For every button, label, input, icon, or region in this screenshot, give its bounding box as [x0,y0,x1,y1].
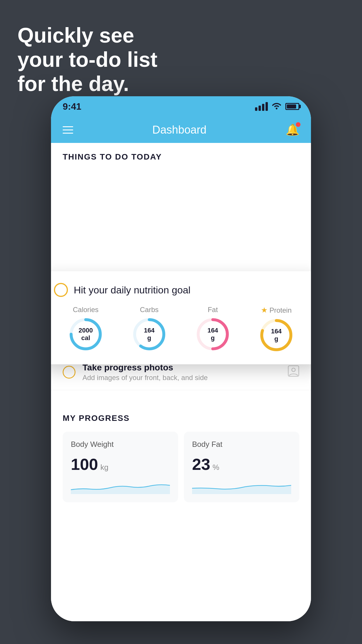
carbs-value: 164g [144,327,155,342]
background-headline: Quickly see your to-do list for the day. [17,23,157,96]
notification-bell-icon[interactable]: 🔔 [286,123,299,136]
signal-bars-icon [255,102,268,111]
status-time: 9:41 [63,101,81,112]
body-fat-card-title: Body Fat [192,440,291,449]
protein-label: Protein [269,306,291,314]
protein-ring: 164g [259,318,294,353]
body-fat-number: 23 [192,455,210,474]
battery-icon [285,103,299,110]
body-weight-unit: kg [100,463,108,472]
wifi-icon [271,102,282,111]
fat-value: 164g [208,327,218,342]
app-header: Dashboard 🔔 [51,117,311,143]
scrollable-content: THINGS TO DO TODAY Hit your daily nutrit… [51,143,311,621]
body-fat-value: 23 % [192,455,291,474]
protein-star-icon: ★ [261,306,268,315]
header-title: Dashboard [152,124,207,136]
body-weight-value: 100 kg [71,455,170,474]
fat-ring: 164g [195,317,230,352]
calories-label: Calories [73,306,99,314]
carbs-label: Carbs [140,306,159,314]
nutrition-card-title: Hit your daily nutrition goal [74,284,191,296]
nutrition-circles: Calories 2000cal Carbs [54,306,308,353]
nutrition-check-circle[interactable] [54,283,68,297]
calories-ring: 2000cal [68,317,103,352]
notification-dot [296,122,301,127]
photos-check-circle[interactable] [63,366,75,379]
calories-item: Calories 2000cal [68,306,103,353]
body-weight-number: 100 [71,455,98,474]
photos-subtitle: Add images of your front, back, and side [82,374,281,382]
protein-value: 164g [271,328,282,343]
photos-text: Take progress photos Add images of your … [82,363,281,382]
body-fat-unit: % [212,463,219,472]
phone-mockup: 9:41 [51,96,311,621]
body-weight-card[interactable]: Body Weight 100 kg [63,432,178,502]
things-to-do-header: THINGS TO DO TODAY [51,143,311,167]
body-weight-chart [71,480,170,494]
svg-point-12 [292,368,295,372]
carbs-item: Carbs 164g [132,306,167,353]
progress-cards: Body Weight 100 kg Bo [63,432,299,502]
photo-person-icon [288,365,299,379]
progress-section: MY PROGRESS Body Weight 100 kg [51,402,311,514]
fat-label: Fat [208,306,218,314]
nutrition-card: Hit your daily nutrition goal Calories 2… [51,271,311,364]
fat-item: Fat 164g [195,306,230,353]
body-weight-card-title: Body Weight [71,440,170,449]
body-fat-chart [192,480,291,494]
calories-value: 2000cal [79,327,93,342]
protein-item: ★ Protein 164g [259,306,294,353]
status-icons [255,102,299,111]
body-fat-card[interactable]: Body Fat 23 % [184,432,299,502]
menu-button[interactable] [63,126,73,134]
carbs-ring: 164g [132,317,167,352]
progress-header: MY PROGRESS [63,414,299,423]
status-bar: 9:41 [51,96,311,117]
